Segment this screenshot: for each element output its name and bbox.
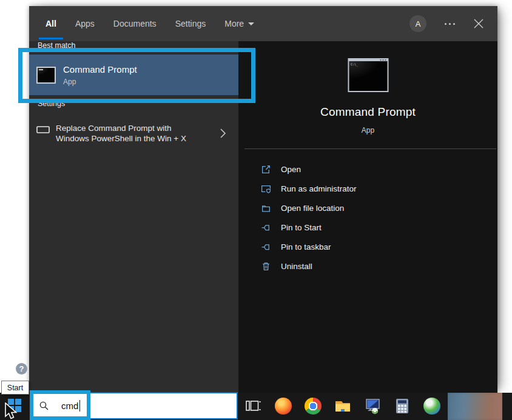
- user-avatar[interactable]: A: [409, 15, 426, 32]
- detail-title: Command Prompt: [238, 105, 497, 119]
- action-pin-to-start[interactable]: Pin to Start: [238, 218, 497, 237]
- pin-icon: [261, 222, 271, 233]
- chrome-icon[interactable]: [305, 398, 322, 415]
- action-run-as-administrator[interactable]: Run as administrator: [238, 179, 497, 198]
- annotation-highlight-search: [30, 390, 90, 420]
- tab-all[interactable]: All: [44, 6, 58, 41]
- folder-icon: [261, 203, 271, 213]
- topbar-actions: A: [409, 15, 497, 32]
- task-view-button[interactable]: [244, 398, 261, 415]
- chevron-right-icon: [220, 128, 226, 139]
- shield-icon: [261, 184, 271, 194]
- question-icon: ?: [19, 364, 24, 373]
- settings-item-replace-cmd[interactable]: Replace Command Prompt with Windows Powe…: [29, 119, 238, 148]
- action-open-file-location[interactable]: Open file location: [238, 198, 497, 218]
- file-explorer-icon[interactable]: [334, 398, 351, 415]
- pin-icon: [261, 242, 271, 252]
- chevron-down-icon: [248, 22, 254, 25]
- remote-desktop-icon[interactable]: [364, 398, 381, 415]
- tab-documents[interactable]: Documents: [112, 6, 158, 41]
- divider: [244, 148, 496, 149]
- desktop: All Apps Documents Settings More A Best …: [0, 0, 512, 420]
- calculator-icon[interactable]: [394, 398, 411, 415]
- detail-panel: C:\_ Command Prompt App Open Run as: [238, 41, 497, 393]
- detail-subtitle: App: [238, 126, 497, 135]
- action-open[interactable]: Open: [238, 159, 497, 179]
- command-prompt-icon-large: C:\_: [348, 58, 388, 92]
- tab-more[interactable]: More: [223, 6, 255, 41]
- search-filter-bar: All Apps Documents Settings More A: [29, 6, 497, 41]
- firefox-icon[interactable]: [275, 398, 292, 415]
- start-tooltip: Start: [1, 381, 29, 395]
- help-button[interactable]: ?: [16, 363, 27, 375]
- settings-item-label: Replace Command Prompt with Windows Powe…: [56, 123, 192, 144]
- mouse-cursor: [4, 402, 18, 420]
- action-pin-to-taskbar[interactable]: Pin to taskbar: [238, 237, 497, 256]
- display-icon: [36, 125, 50, 135]
- open-icon: [261, 164, 271, 175]
- browser-globe-icon[interactable]: [423, 398, 440, 415]
- tab-settings[interactable]: Settings: [174, 6, 207, 41]
- trash-icon: [261, 261, 271, 272]
- more-options-button[interactable]: [445, 23, 455, 25]
- annotation-highlight-result: [18, 48, 255, 103]
- close-icon[interactable]: [473, 18, 484, 29]
- app-thumbnail[interactable]: [448, 393, 502, 420]
- filter-tabs: All Apps Documents Settings More: [29, 6, 255, 41]
- tab-apps[interactable]: Apps: [74, 6, 96, 41]
- action-uninstall[interactable]: Uninstall: [238, 256, 497, 276]
